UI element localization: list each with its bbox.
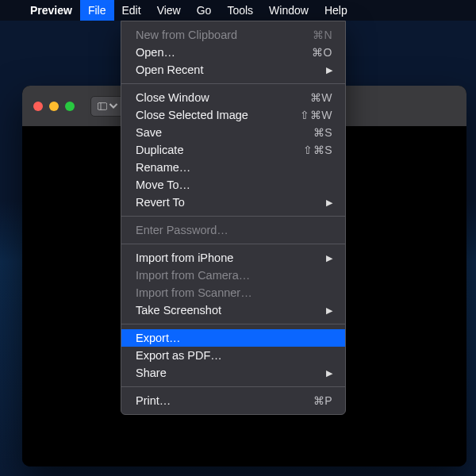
window-minimize-button[interactable] [49,102,59,111]
menu-item-label: Import from Camera… [136,269,332,282]
menu-separator [121,216,345,217]
menu-item-label: Share [136,367,326,379]
menu-item-export[interactable]: Export… [121,329,345,347]
menu-item-shortcut: ⇧⌘W [300,109,332,121]
menu-item-open[interactable]: Open…⌘O [121,44,345,61]
menu-item-label: Duplicate [136,144,303,156]
menu-item-label: Close Window [136,91,310,104]
window-traffic-lights [33,102,75,111]
menubar-item-go[interactable]: Go [189,0,220,21]
menu-separator [121,324,345,324]
menubar-item-view[interactable]: View [149,0,189,21]
menu-item-shortcut: ⌘O [312,46,332,59]
chevron-down-icon [109,101,118,112]
menu-item-label: Save [136,126,313,139]
window-close-button[interactable] [33,102,43,111]
menu-item-take-screenshot[interactable]: Take Screenshot▶ [121,301,345,319]
menubar-item-edit[interactable]: Edit [114,0,149,21]
menu-item-revert-to[interactable]: Revert To▶ [121,194,345,211]
menu-item-import-from-scanner: Import from Scanner… [121,284,345,301]
menu-item-label: Open… [136,46,312,59]
menu-item-label: Move To… [136,178,332,191]
menu-item-shortcut: ⌘S [313,126,332,139]
file-menu-dropdown: New from Clipboard⌘NOpen…⌘OOpen Recent▶C… [121,21,346,415]
menu-item-label: Import from iPhone [136,251,326,264]
menu-item-close-selected-image[interactable]: Close Selected Image⇧⌘W [121,106,345,124]
menu-item-label: Export as PDF… [136,349,332,362]
menu-item-import-from-iphone[interactable]: Import from iPhone▶ [121,249,345,267]
menu-item-duplicate[interactable]: Duplicate⇧⌘S [121,141,345,159]
menu-item-open-recent[interactable]: Open Recent▶ [121,61,345,79]
sidebar-icon [98,101,107,112]
menu-item-save[interactable]: Save⌘S [121,124,345,141]
menu-item-label: Import from Scanner… [136,286,332,299]
menu-item-close-window[interactable]: Close Window⌘W [121,89,345,106]
menu-item-shortcut: ⌘N [313,29,332,41]
menu-item-move-to[interactable]: Move To… [121,176,345,194]
menu-item-shortcut: ⇧⌘S [303,144,332,156]
menu-item-import-from-camera: Import from Camera… [121,267,345,284]
menu-item-label: Revert To [136,196,326,209]
menubar-item-tools[interactable]: Tools [219,0,261,21]
menu-item-label: Print… [136,394,313,407]
menu-item-label: Close Selected Image [136,109,300,121]
svg-rect-0 [98,102,106,109]
menubar: Preview FileEditViewGoToolsWindowHelp [0,0,476,21]
submenu-arrow-icon: ▶ [326,198,332,208]
submenu-arrow-icon: ▶ [326,65,332,75]
menu-separator [121,83,345,84]
window-zoom-button[interactable] [65,102,75,111]
submenu-arrow-icon: ▶ [326,368,332,378]
submenu-arrow-icon: ▶ [326,305,332,316]
menubar-item-help[interactable]: Help [317,0,355,21]
menu-item-export-as-pdf[interactable]: Export as PDF… [121,347,345,364]
menu-item-label: New from Clipboard [136,29,313,41]
menu-separator [121,244,345,244]
menu-item-enter-password: Enter Password… [121,221,345,239]
menu-item-share[interactable]: Share▶ [121,364,345,382]
app-name[interactable]: Preview [22,0,80,21]
menu-item-shortcut: ⌘W [310,91,332,104]
menu-item-label: Take Screenshot [136,304,326,317]
menu-item-label: Open Recent [136,63,326,76]
menu-item-print[interactable]: Print…⌘P [121,392,345,409]
menu-item-label: Rename… [136,161,332,174]
menu-item-label: Enter Password… [136,224,332,236]
menu-item-rename[interactable]: Rename… [121,159,345,176]
menu-separator [121,386,345,387]
menu-item-shortcut: ⌘P [313,394,332,407]
menubar-item-window[interactable]: Window [261,0,317,21]
menu-item-label: Export… [136,332,332,344]
submenu-arrow-icon: ▶ [326,253,332,263]
menubar-item-file[interactable]: File [80,0,114,21]
menu-item-new-from-clipboard: New from Clipboard⌘N [121,26,345,44]
